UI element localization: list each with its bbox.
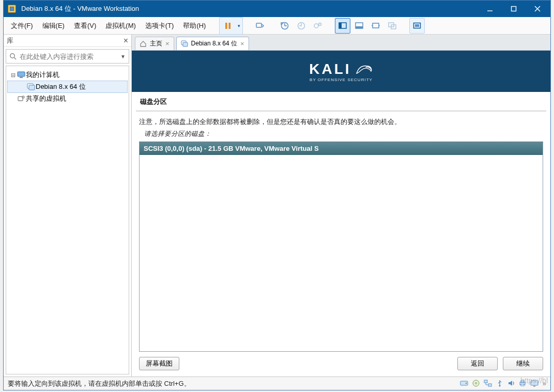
- menu-edit[interactable]: 编辑(E): [38, 18, 69, 34]
- installer-content: 注意，所选磁盘上的全部数据都将被删除，但是您还是有确认是否真的要这么做的机会。 …: [132, 112, 550, 352]
- svg-point-10: [319, 23, 321, 25]
- svg-rect-32: [183, 42, 188, 46]
- tree-shared-vms[interactable]: 共享的虚拟机: [7, 93, 128, 104]
- svg-rect-4: [225, 23, 227, 29]
- tab-close-icon[interactable]: ×: [165, 40, 170, 48]
- hdd-icon[interactable]: [460, 380, 468, 387]
- app-icon: [8, 5, 16, 13]
- svg-rect-41: [521, 381, 524, 382]
- fullscreen-button[interactable]: [409, 18, 425, 34]
- tree-label: 共享的虚拟机: [26, 94, 66, 103]
- close-button[interactable]: [526, 1, 549, 17]
- send-ctrl-alt-del-button[interactable]: [252, 18, 268, 34]
- prompt-text: 请选择要分区的磁盘：: [139, 128, 543, 142]
- menu-vm[interactable]: 虚拟机(M): [101, 18, 140, 34]
- installer-step-title: 磁盘分区: [132, 92, 550, 111]
- revert-snapshot-button[interactable]: [294, 18, 309, 34]
- stretch-button[interactable]: [368, 18, 383, 34]
- svg-point-30: [22, 96, 24, 98]
- pause-button[interactable]: [220, 18, 236, 34]
- vm-console[interactable]: KALI BY OFFENSIVE SECURITY 磁盘分区 注意，所选磁盘上…: [132, 50, 550, 377]
- home-icon: [140, 40, 147, 48]
- body: 库 × ▼ ⊟ 我的计算机: [4, 35, 550, 377]
- unity-button[interactable]: [384, 18, 400, 34]
- svg-rect-13: [339, 23, 342, 28]
- svg-point-9: [314, 24, 318, 28]
- dragon-icon: [356, 62, 373, 76]
- svg-rect-42: [521, 384, 524, 386]
- snapshot-manager-button[interactable]: [310, 18, 326, 34]
- back-button[interactable]: 返回: [457, 357, 498, 370]
- app-window: Debian 8.x 64 位 - VMware Workstation 文件(…: [3, 0, 551, 390]
- menu-help[interactable]: 帮助(H): [179, 18, 210, 34]
- svg-line-11: [318, 25, 319, 25]
- maximize-button[interactable]: [502, 1, 526, 17]
- screenshot-button[interactable]: 屏幕截图: [139, 357, 179, 370]
- snapshot-button[interactable]: [277, 18, 293, 34]
- kali-logo: KALI BY OFFENSIVE SECURITY: [309, 61, 373, 82]
- svg-rect-44: [533, 386, 535, 387]
- svg-rect-25: [18, 72, 25, 76]
- main-area: 主页 × Debian 8.x 64 位 × KALI: [132, 35, 550, 377]
- status-device-icons: »: [460, 380, 546, 387]
- minimize-button[interactable]: [478, 1, 502, 17]
- printer-icon[interactable]: [519, 380, 526, 387]
- installer-buttons: 屏幕截图 返回 继续: [132, 352, 550, 377]
- svg-point-23: [10, 54, 14, 58]
- tab-vm-debian[interactable]: Debian 8.x 64 位 ×: [176, 37, 249, 50]
- tree-vm-debian[interactable]: Debian 8.x 64 位: [7, 81, 128, 93]
- sidebar-close-button[interactable]: ×: [124, 36, 128, 45]
- tab-close-icon[interactable]: ×: [240, 40, 244, 48]
- menu-view[interactable]: 查看(V): [70, 18, 100, 34]
- computer-icon: [17, 71, 26, 79]
- usb-icon[interactable]: [496, 380, 503, 387]
- tree-my-computer[interactable]: ⊟ 我的计算机: [7, 69, 128, 81]
- menu-file[interactable]: 文件(F): [7, 18, 37, 34]
- svg-line-24: [14, 57, 16, 59]
- display-icon[interactable]: [530, 380, 538, 387]
- window-title: Debian 8.x 64 位 - VMware Workstation: [21, 4, 478, 13]
- svg-point-36: [475, 383, 476, 384]
- library-sidebar: 库 × ▼ ⊟ 我的计算机: [4, 35, 132, 377]
- svg-rect-26: [20, 77, 23, 78]
- cd-icon[interactable]: [472, 380, 480, 387]
- brand-subtitle: BY OFFENSIVE SECURITY: [309, 77, 373, 82]
- warning-text: 注意，所选磁盘上的全部数据都将被删除，但是您还是有确认是否真的要这么做的机会。: [139, 117, 543, 128]
- menubar: 文件(F) 编辑(E) 查看(V) 虚拟机(M) 选项卡(T) 帮助(H) ▾: [4, 17, 550, 35]
- chevron-icon[interactable]: »: [543, 380, 546, 387]
- show-console-button[interactable]: [335, 18, 350, 34]
- tab-home[interactable]: 主页 ×: [135, 37, 174, 50]
- sidebar-title: 库: [7, 36, 13, 45]
- status-text: 要将输入定向到该虚拟机，请在虚拟机内部单击或按 Ctrl+G。: [8, 379, 191, 388]
- tab-strip: 主页 × Debian 8.x 64 位 ×: [132, 35, 550, 50]
- tree-label: Debian 8.x 64 位: [36, 82, 86, 91]
- search-input[interactable]: [20, 53, 120, 60]
- power-dropdown[interactable]: ▾: [236, 18, 242, 34]
- disk-item-sda[interactable]: SCSI3 (0,0,0) (sda) - 21.5 GB VMware, VM…: [140, 143, 543, 155]
- svg-rect-6: [256, 23, 261, 27]
- sidebar-search[interactable]: ▼: [6, 49, 129, 64]
- svg-rect-43: [531, 381, 538, 385]
- search-icon: [9, 53, 17, 60]
- tab-label: 主页: [150, 39, 162, 48]
- collapse-icon[interactable]: ⊟: [9, 72, 17, 79]
- network-icon[interactable]: [484, 380, 492, 387]
- svg-rect-37: [484, 380, 487, 383]
- svg-point-39: [499, 385, 500, 386]
- svg-rect-1: [512, 7, 516, 11]
- menu-tabs[interactable]: 选项卡(T): [141, 18, 178, 34]
- svg-point-34: [466, 383, 467, 384]
- svg-rect-15: [356, 26, 363, 28]
- disk-list[interactable]: SCSI3 (0,0,0) (sda) - 21.5 GB VMware, VM…: [139, 142, 543, 352]
- search-dropdown-icon[interactable]: ▼: [120, 54, 126, 59]
- window-controls: [478, 1, 549, 17]
- thumbnail-view-button[interactable]: [351, 18, 367, 34]
- shared-icon: [17, 95, 26, 102]
- titlebar: Debian 8.x 64 位 - VMware Workstation: [4, 1, 550, 17]
- tree-label: 我的计算机: [26, 70, 59, 80]
- continue-button[interactable]: 继续: [503, 357, 543, 370]
- brand-text: KALI: [309, 61, 351, 77]
- sound-icon[interactable]: [507, 380, 515, 387]
- svg-rect-38: [488, 384, 491, 386]
- vm-icon: [26, 83, 36, 90]
